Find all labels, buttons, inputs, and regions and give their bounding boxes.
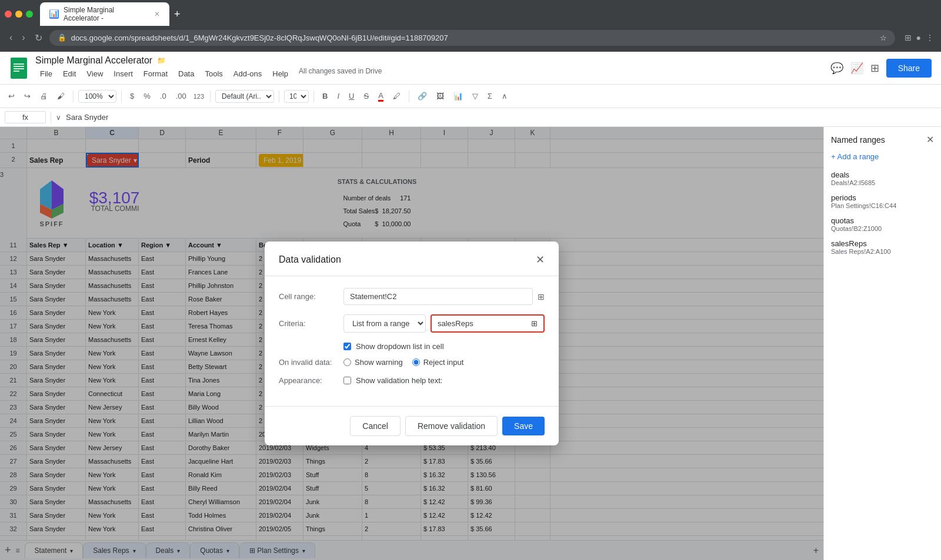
decimal-dec-button[interactable]: .0 [156, 89, 170, 103]
extensions-icon[interactable]: ⊞ [905, 33, 912, 42]
range-name-deals: deals [831, 170, 934, 179]
formula-bar: fx ∨ Sara Snyder [0, 108, 941, 127]
range-ref-periods: Plan Settings!C16:C44 [831, 202, 934, 209]
minimize-button[interactable] [15, 11, 22, 18]
panel-header: Named ranges ✕ [831, 134, 934, 145]
dialog-overlay: Data validation ✕ Cell range: ⊞ [0, 127, 823, 560]
invalid-data-radio-group: Show warning Reject input [343, 358, 463, 367]
warn-label: Show warning [355, 358, 403, 367]
cell-reference[interactable]: fx [5, 111, 46, 123]
address-bar[interactable]: 🔒 docs.google.com/spreadsheets/d/1_6MgWr… [49, 30, 895, 46]
maximize-button[interactable] [26, 11, 33, 18]
comment-icon[interactable]: 💬 [830, 62, 843, 75]
zoom-select[interactable]: 100% [78, 90, 116, 103]
range-ref-salesreps: Sales Reps!A2:A100 [831, 248, 934, 255]
invalid-data-row: On invalid data: Show warning Reject inp… [279, 358, 545, 367]
cell-range-row: Cell range: ⊞ [279, 288, 545, 305]
highlight-color-button[interactable]: 🖊 [389, 89, 404, 103]
save-button[interactable]: Save [502, 417, 545, 435]
app-header: Simple Marginal Accelerator 📁 File Edit … [0, 52, 941, 85]
chart-button[interactable]: 📊 [450, 89, 466, 103]
menu-bar: File Edit View Insert Format Data Tools … [35, 67, 823, 81]
percent-button[interactable]: % [140, 89, 154, 103]
profile-icon[interactable]: ● [916, 33, 921, 42]
grid-select-icon[interactable]: ⊞ [538, 292, 545, 301]
svg-rect-2 [14, 66, 24, 67]
reject-radio[interactable] [412, 358, 420, 366]
criteria-value-input[interactable]: salesReps ⊞ [431, 314, 545, 333]
svg-rect-3 [14, 68, 24, 69]
redo-button[interactable]: ↪ [21, 89, 34, 103]
number-format-label: 123 [192, 93, 205, 100]
criteria-grid-icon[interactable]: ⊞ [531, 319, 538, 328]
share-button[interactable]: Share [886, 59, 932, 78]
text-color-button[interactable]: A [375, 89, 387, 104]
back-button[interactable]: ‹ [7, 30, 15, 45]
filter-button[interactable]: ▽ [469, 89, 482, 103]
range-name-periods: periods [831, 193, 934, 202]
more-icon[interactable]: ⋮ [926, 33, 934, 42]
svg-rect-4 [14, 71, 19, 72]
italic-button[interactable]: I [333, 89, 343, 103]
add-range-button[interactable]: + Add a range [831, 152, 934, 161]
range-name-salesreps: salesReps [831, 239, 934, 248]
dialog-close-icon[interactable]: ✕ [536, 253, 545, 266]
print-button[interactable]: 🖨 [36, 89, 51, 103]
activity-icon[interactable]: ⊞ [870, 62, 879, 75]
named-range-deals: deals Deals!A2:I5685 [831, 170, 934, 186]
menu-help[interactable]: Help [268, 67, 293, 81]
new-tab-button[interactable]: + [174, 8, 181, 21]
link-button[interactable]: 🔗 [414, 89, 431, 103]
paint-format-button[interactable]: 🖌 [54, 89, 68, 103]
toolbar-divider-4 [279, 90, 279, 102]
menu-file[interactable]: File [35, 67, 57, 81]
underline-button[interactable]: U [345, 89, 358, 103]
folder-icon[interactable]: 📁 [157, 56, 166, 65]
warn-option[interactable]: Show warning [343, 358, 403, 367]
cancel-button[interactable]: Cancel [350, 416, 401, 436]
image-button[interactable]: 🖼 [433, 89, 448, 103]
menu-edit[interactable]: Edit [58, 67, 81, 81]
font-select[interactable]: Default (Ari... [215, 90, 274, 103]
menu-insert[interactable]: Insert [109, 67, 138, 81]
currency-button[interactable]: $ [126, 89, 138, 103]
history-icon[interactable]: 📈 [850, 62, 863, 75]
header-right: 💬 📈 ⊞ Share [830, 59, 932, 78]
tab-close-icon[interactable]: ✕ [154, 10, 160, 18]
decimal-inc-button[interactable]: .00 [172, 89, 190, 103]
show-dropdown-row: Show dropdown list in cell [343, 342, 545, 351]
menu-data[interactable]: Data [173, 67, 199, 81]
undo-button[interactable]: ↩ [5, 89, 18, 103]
function-button[interactable]: Σ [484, 89, 496, 103]
data-validation-dialog: Data validation ✕ Cell range: ⊞ [265, 242, 559, 445]
menu-view[interactable]: View [82, 67, 108, 81]
panel-close-icon[interactable]: ✕ [926, 134, 934, 145]
dialog-body: Cell range: ⊞ Criteria: List from [265, 276, 559, 406]
spreadsheet-area: B C D E F G H I J K 1 [0, 127, 823, 560]
refresh-button[interactable]: ↻ [32, 30, 45, 46]
formula-expand-icon[interactable]: ∨ [56, 113, 61, 122]
cell-range-label: Cell range: [279, 292, 343, 301]
criteria-type-select[interactable]: List from a range [343, 314, 426, 333]
range-ref-quotas: Quotas!B2:Z1000 [831, 225, 934, 232]
forward-button[interactable]: › [19, 30, 27, 45]
cell-range-input[interactable] [343, 288, 533, 305]
app-container: Simple Marginal Accelerator 📁 File Edit … [0, 52, 941, 560]
menu-format[interactable]: Format [139, 67, 172, 81]
reject-option[interactable]: Reject input [412, 358, 464, 367]
close-button[interactable] [5, 11, 12, 18]
traffic-lights [5, 11, 33, 18]
font-size-select[interactable]: 10 [284, 90, 309, 103]
warn-radio[interactable] [343, 358, 351, 366]
show-dropdown-checkbox[interactable] [343, 343, 351, 350]
menu-tools[interactable]: Tools [200, 67, 227, 81]
cell-ref-text: fx [22, 113, 28, 122]
collapse-button[interactable]: ∧ [498, 89, 511, 103]
appearance-label: Appearance: [279, 376, 343, 385]
help-text-checkbox[interactable] [343, 377, 351, 384]
bold-button[interactable]: B [319, 89, 331, 103]
browser-tab[interactable]: 📊 Simple Marginal Accelerator - ✕ [40, 2, 169, 26]
strikethrough-button[interactable]: S [360, 89, 372, 103]
remove-validation-button[interactable]: Remove validation [405, 416, 498, 436]
menu-addons[interactable]: Add-ons [229, 67, 266, 81]
